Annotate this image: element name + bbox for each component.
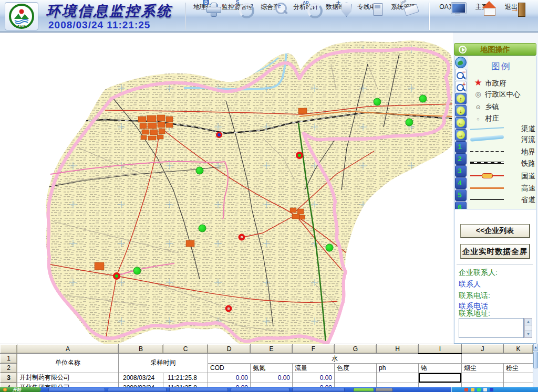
grid-vertical-scrollbar[interactable]: ▲ <box>533 344 538 387</box>
enterprise-marker-green[interactable] <box>326 244 334 252</box>
scroll-up-icon[interactable]: ▲ <box>525 319 532 325</box>
tray-icon[interactable] <box>483 388 487 391</box>
contact-person-value[interactable]: 联系人 <box>459 280 481 289</box>
tray-icon[interactable] <box>471 388 474 391</box>
active-cell-I3[interactable] <box>419 373 462 383</box>
menu-exit[interactable]: → 退出 <box>498 2 524 12</box>
unit-name-header-cell[interactable]: 单位名称 <box>17 354 119 373</box>
taskbar-window-button[interactable] <box>169 388 228 392</box>
taskbar-window-button[interactable] <box>231 388 289 392</box>
param-ph[interactable]: ph <box>377 363 419 373</box>
row-header-3[interactable]: 3 <box>1 373 17 383</box>
menu-system[interactable]: VIP 系统管理 <box>387 2 420 12</box>
taskbar-window-button-active[interactable] <box>353 388 374 392</box>
col-header-C[interactable]: C <box>163 345 208 354</box>
empty-category-cell[interactable] <box>462 354 533 364</box>
col-header-A[interactable]: A <box>17 345 119 354</box>
contact-address-input[interactable] <box>459 318 524 338</box>
row-header-4[interactable]: 4 <box>1 383 17 387</box>
pan-down-icon[interactable]: ↓ <box>455 105 467 116</box>
menu-home[interactable]: 主页 <box>470 2 494 12</box>
enterprise-marker-red-ring[interactable] <box>239 234 245 241</box>
pan-right-icon[interactable]: → <box>455 129 467 141</box>
pan-up-icon[interactable]: ↑ <box>455 93 467 104</box>
param-nh3[interactable]: 氨氮 <box>251 363 293 373</box>
empty-cell[interactable] <box>462 383 504 387</box>
zoom-level-3-button[interactable]: 3 <box>455 165 467 177</box>
zoom-out-icon[interactable]: − <box>455 69 467 80</box>
no-data-cell[interactable] <box>251 383 293 387</box>
col-header-H[interactable]: H <box>377 345 419 354</box>
param-chroma[interactable]: 色度 <box>335 363 377 373</box>
company-name-cell[interactable]: 开封制药有限公司 <box>17 373 119 383</box>
enterprise-marker-green[interactable] <box>419 95 427 103</box>
enterprise-list-button[interactable]: <<企业列表 <box>460 224 530 238</box>
row-header-2[interactable]: 2 <box>1 363 17 373</box>
menu-query[interactable]: F 综合查询 <box>257 2 289 12</box>
col-header-D[interactable]: D <box>208 345 251 354</box>
map-operations-header[interactable]: 地图操作 <box>454 43 536 56</box>
full-extent-globe-icon[interactable] <box>455 57 467 68</box>
map-viewport[interactable] <box>0 33 453 344</box>
col-header-B[interactable]: B <box>119 345 163 354</box>
empty-cell[interactable] <box>377 383 419 387</box>
taskbar-window-button[interactable] <box>375 388 393 392</box>
water-category-cell[interactable]: 水 <box>208 354 462 364</box>
taskbar-window-button[interactable] <box>48 388 105 392</box>
realtime-fullscreen-button[interactable]: 企业实时数据全屏 <box>460 244 530 259</box>
tray-icon[interactable] <box>477 388 481 391</box>
zoom-level-2-button[interactable]: 2 <box>455 153 467 165</box>
menu-geography[interactable]: B 地理信息 <box>190 2 222 12</box>
empty-cell[interactable] <box>504 383 533 387</box>
param-flow[interactable]: 流量 <box>293 363 335 373</box>
start-button[interactable]: 开始 <box>0 387 41 392</box>
sample-time-header-cell[interactable]: 采样时间 <box>119 354 208 373</box>
taskbar-window-button[interactable] <box>108 388 167 392</box>
enterprise-marker-green[interactable] <box>199 225 206 232</box>
enterprise-marker-blue-ring[interactable] <box>216 132 222 138</box>
tray-icon[interactable] <box>490 388 493 391</box>
enterprise-marker-red-ring[interactable] <box>225 305 232 312</box>
menu-statistics[interactable]: AD 分析统计 <box>290 2 322 12</box>
sample-date-cell[interactable]: 2008/03/24 <box>119 373 163 383</box>
sample-date-cell[interactable]: 2008/03/24 <box>119 383 163 387</box>
enterprise-marker-green-ring[interactable] <box>296 152 303 159</box>
menu-monitor-source[interactable]: S 监控源管理 <box>218 2 257 12</box>
tray-icon[interactable] <box>464 388 468 391</box>
address-scrollbar[interactable]: ▲ ▼ <box>524 318 532 338</box>
enterprise-marker-green[interactable] <box>374 98 381 106</box>
menu-oa-system[interactable]: OA系统 <box>435 2 465 12</box>
empty-cell[interactable] <box>462 373 504 383</box>
no-data-cell[interactable] <box>335 383 377 387</box>
enterprise-marker-green[interactable] <box>406 119 413 126</box>
zoom-level-4-button[interactable]: 4 <box>455 177 467 189</box>
row-header-1[interactable]: 1 <box>1 354 17 364</box>
nh3-value-cell[interactable]: 0.00 <box>251 373 293 383</box>
flow-value-cell[interactable]: 0.00 <box>293 373 335 383</box>
cod-value-cell[interactable]: 0.00 <box>208 383 251 387</box>
col-header-G[interactable]: G <box>335 345 377 354</box>
enterprise-marker-green-ring[interactable] <box>113 272 120 280</box>
param-cod[interactable]: COD <box>208 363 251 373</box>
zoom-level-1-button[interactable]: 1 <box>455 141 467 153</box>
taskbar-window-button[interactable] <box>292 388 345 392</box>
zoom-level-5-button[interactable]: 5 <box>455 189 467 201</box>
menu-data-maintain[interactable]: + 数据维护 <box>323 2 354 12</box>
company-name-cell[interactable]: 开化集团有限公司 <box>17 383 119 387</box>
col-header-K[interactable]: K <box>504 345 533 354</box>
pan-left-icon[interactable]: ← <box>455 117 467 129</box>
col-header-E[interactable]: E <box>251 345 293 354</box>
grid-corner[interactable] <box>1 345 17 354</box>
param-chromium[interactable]: 铬 <box>419 363 462 373</box>
col-header-J[interactable]: J <box>462 345 504 354</box>
zoom-in-icon[interactable]: + <box>455 81 467 92</box>
cod-value-cell[interactable]: 0.00 <box>208 373 251 383</box>
param-smoke[interactable]: 烟尘 <box>462 363 504 373</box>
no-data-cell[interactable] <box>335 373 377 383</box>
enterprise-marker-green[interactable] <box>196 167 204 175</box>
col-header-F[interactable]: F <box>293 345 335 354</box>
scrollbar-thumb[interactable] <box>533 352 538 368</box>
param-dust[interactable]: 粉尘 <box>504 363 533 373</box>
empty-cell[interactable] <box>377 373 419 383</box>
flow-value-cell[interactable]: 0.00 <box>293 383 335 387</box>
